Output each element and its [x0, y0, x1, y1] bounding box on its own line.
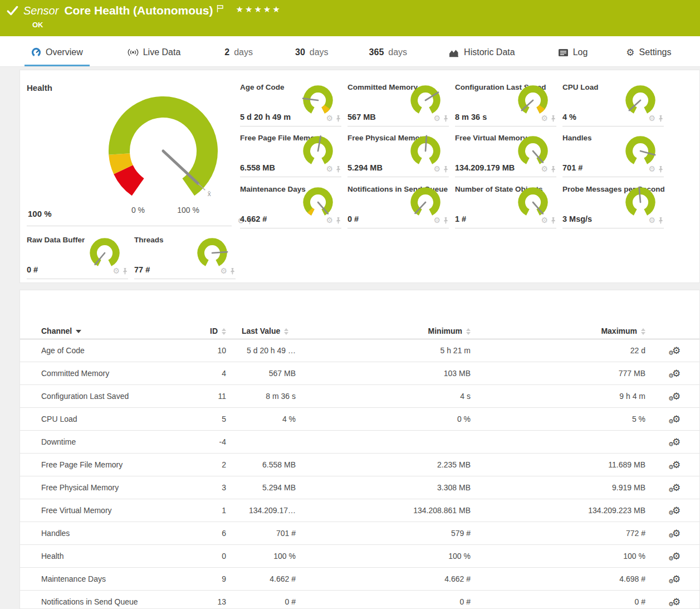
channel-name[interactable]: Configuration Last Saved	[20, 392, 205, 401]
gauge-tile-cpu-load[interactable]: CPU Load 4 % ⚙	[562, 83, 666, 123]
channel-settings-icon[interactable]: ⚙⚙	[672, 552, 681, 561]
channel-settings-icon[interactable]: ⚙⚙	[672, 437, 681, 447]
flag-icon[interactable]	[217, 4, 224, 13]
tab-settings[interactable]: ⚙ Settings	[619, 47, 678, 66]
channel-settings-icon[interactable]: ⚙⚙	[672, 574, 681, 584]
channel-settings-icon[interactable]: ⚙⚙	[672, 460, 681, 470]
gear-icon[interactable]: ⚙	[541, 165, 548, 173]
gauge-tile-raw-data-buffer[interactable]: Raw Data Buffer 0 # ⚙	[27, 236, 130, 275]
gear-icon[interactable]: ⚙	[220, 267, 227, 275]
gauge-tile-number-of-state-objects[interactable]: Number of State Objects 1 # ⚙	[455, 185, 559, 225]
gauge-tile-maintenance-days[interactable]: Maintenance Days 4.662 # ⚙	[240, 185, 344, 225]
gauge-tile-committed-memory[interactable]: Committed Memory 567 MB ⚙	[347, 83, 451, 123]
pin-icon[interactable]	[335, 115, 341, 122]
gauge-value: 701 #	[562, 163, 582, 172]
column-header-minimum[interactable]: Minimum	[296, 327, 471, 335]
column-header-id[interactable]: ID	[205, 327, 226, 335]
gear-icon[interactable]: ⚙	[433, 165, 440, 173]
channel-name[interactable]: CPU Load	[20, 415, 205, 423]
column-header-last-value[interactable]: Last Value	[226, 327, 296, 335]
tab-live-data[interactable]: Live Data	[121, 47, 188, 66]
table-row[interactable]: Notifications in Send Queue 13 0 # 0 # 0…	[20, 591, 699, 609]
table-row[interactable]: Maintenance Days 9 4.662 # 4.662 # 4.698…	[20, 568, 699, 591]
gauge-tile-age-of-code[interactable]: Age of Code 5 d 20 h 49 m ⚙	[240, 83, 344, 123]
tab-log[interactable]: Log	[551, 47, 595, 66]
gear-icon[interactable]: ⚙	[433, 114, 440, 122]
channel-settings-icon[interactable]: ⚙⚙	[672, 415, 681, 424]
gear-icon[interactable]: ⚙	[648, 165, 655, 173]
minimum-value: 4.662 #	[296, 574, 471, 583]
channel-name[interactable]: Free Physical Memory	[20, 483, 205, 492]
column-header-channel[interactable]: Channel	[20, 327, 205, 335]
table-row[interactable]: Free Page File Memory 2 6.558 MB 2.235 M…	[20, 454, 699, 476]
maximum-value: 9 h 4 m	[471, 392, 645, 401]
channel-settings-icon[interactable]: ⚙⚙	[672, 392, 681, 401]
gauge-tile-probe-messages-per-second[interactable]: Probe Messages per Second 3 Msg/s ⚙	[562, 185, 666, 225]
channel-settings-icon[interactable]: ⚙⚙	[672, 597, 681, 607]
tab-2-days[interactable]: 2 days	[218, 47, 260, 66]
pin-icon[interactable]	[550, 115, 556, 122]
table-row[interactable]: CPU Load 5 4 % 0 % 5 % ⚙⚙	[20, 408, 699, 431]
pin-icon[interactable]	[658, 115, 664, 122]
gauge-tile-configuration-last-saved[interactable]: Configuration Last Saved 8 m 36 s ⚙	[455, 83, 559, 123]
channel-name[interactable]: Free Page File Memory	[20, 460, 205, 469]
channel-settings-icon[interactable]: ⚙⚙	[672, 506, 681, 515]
pin-icon[interactable]	[229, 267, 236, 275]
column-header-maximum[interactable]: Maximum	[471, 327, 645, 335]
table-row[interactable]: Free Physical Memory 3 5.294 MB 3.308 MB…	[20, 476, 699, 499]
pin-icon[interactable]	[550, 165, 556, 173]
tab-30-days[interactable]: 30 days	[288, 47, 335, 66]
channel-name[interactable]: Handles	[20, 529, 205, 538]
live-data-icon	[128, 48, 139, 57]
pin-icon[interactable]	[658, 165, 664, 173]
channel-name[interactable]: Free Virtual Memory	[20, 506, 205, 515]
tab-historic-data[interactable]: Historic Data	[442, 47, 522, 66]
channel-settings-icon[interactable]: ⚙⚙	[672, 529, 681, 538]
pin-icon[interactable]	[443, 115, 449, 122]
channel-name[interactable]: Health	[20, 552, 205, 561]
gauge-tile-free-page-file-memory[interactable]: Free Page File Memory 6.558 MB ⚙	[240, 134, 344, 173]
table-row[interactable]: Configuration Last Saved 11 8 m 36 s 4 s…	[20, 385, 699, 408]
tab-label: days	[310, 47, 329, 57]
gear-icon[interactable]: ⚙	[326, 114, 333, 122]
gear-icon[interactable]: ⚙	[112, 267, 120, 275]
pin-icon[interactable]	[658, 217, 664, 224]
tab-overview[interactable]: Overview	[25, 47, 90, 66]
gauge-value: 8 m 36 s	[455, 113, 487, 121]
table-row[interactable]: Committed Memory 4 567 MB 103 MB 777 MB …	[20, 362, 699, 385]
priority-stars[interactable]: ★★★★★	[236, 4, 282, 14]
gauge-tile-threads[interactable]: Threads 77 # ⚙	[134, 236, 238, 275]
gauge-tile-notifications-in-send-queue[interactable]: Notifications in Send Queue 0 # ⚙	[347, 185, 451, 225]
pin-icon[interactable]	[122, 267, 128, 275]
channel-name[interactable]: Notifications in Send Queue	[20, 597, 205, 606]
channel-name[interactable]: Maintenance Days	[20, 574, 205, 583]
channel-settings-icon[interactable]: ⚙⚙	[672, 346, 681, 355]
table-row[interactable]: Age of Code 10 5 d 20 h 49 … 5 h 21 m 22…	[20, 339, 699, 362]
table-row[interactable]: Handles 6 701 # 579 # 772 # ⚙⚙	[20, 522, 699, 545]
gear-icon[interactable]: ⚙	[433, 216, 440, 224]
table-row[interactable]: Health 0 100 % 100 % 100 % ⚙⚙	[20, 545, 699, 568]
gauge-tile-handles[interactable]: Handles 701 # ⚙	[562, 134, 666, 173]
gear-icon[interactable]: ⚙	[648, 216, 655, 224]
channel-settings-icon[interactable]: ⚙⚙	[672, 369, 681, 378]
channel-name[interactable]: Age of Code	[20, 346, 205, 355]
pin-icon[interactable]	[443, 217, 449, 224]
health-gauge-tile[interactable]: Health x̄ 0 % 100 % 100 % ⚙	[27, 83, 234, 229]
table-row[interactable]: Downtime -4 ⚙⚙	[20, 431, 699, 454]
channel-name[interactable]: Committed Memory	[20, 369, 205, 378]
channel-settings-icon[interactable]: ⚙⚙	[672, 483, 681, 493]
gauge-tile-free-virtual-memory[interactable]: Free Virtual Memory 134.209.179 MB ⚙	[455, 134, 559, 173]
tab-365-days[interactable]: 365 days	[363, 47, 414, 66]
gear-icon[interactable]: ⚙	[541, 114, 548, 122]
pin-icon[interactable]	[335, 217, 341, 224]
pin-icon[interactable]	[443, 165, 449, 173]
pin-icon[interactable]	[335, 165, 341, 173]
gear-icon[interactable]: ⚙	[326, 216, 333, 224]
channel-name[interactable]: Downtime	[20, 437, 205, 446]
gear-icon[interactable]: ⚙	[326, 165, 333, 173]
gauge-tile-free-physical-memory[interactable]: Free Physical Memory 5.294 MB ⚙	[347, 134, 451, 173]
gear-icon[interactable]: ⚙	[648, 114, 655, 122]
table-row[interactable]: Free Virtual Memory 1 134.209.17… 134.20…	[20, 499, 699, 522]
gear-icon[interactable]: ⚙	[541, 216, 548, 224]
pin-icon[interactable]	[550, 217, 556, 224]
